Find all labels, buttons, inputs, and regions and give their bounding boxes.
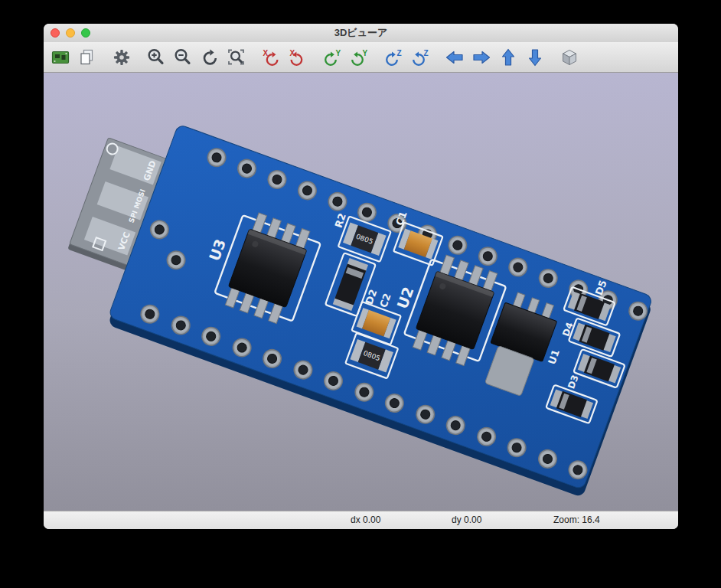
rotate-x-cw-icon: X — [261, 47, 281, 67]
status-dx: dx 0.00 — [351, 514, 380, 525]
board-render: GND SPI MOSI VCC — [44, 73, 678, 511]
rotate-y-cw-icon: Y — [322, 47, 342, 67]
rotate-x-cw-button[interactable]: X — [259, 45, 283, 70]
zoom-in-icon — [146, 47, 166, 67]
rotate-y-ccw-button[interactable]: Y — [347, 45, 371, 70]
cube-icon — [560, 47, 579, 67]
zoom-fit-button[interactable] — [224, 45, 249, 70]
status-zoom: Zoom: 16.4 — [553, 514, 600, 525]
svg-text:Y: Y — [363, 48, 368, 57]
zoom-window-button[interactable] — [81, 28, 90, 38]
zoom-out-icon — [173, 47, 193, 67]
rotate-z-ccw-icon: Z — [410, 47, 430, 67]
rotate-x-ccw-icon: X — [288, 47, 308, 67]
pcb-board-icon — [51, 47, 70, 67]
rotate-y-ccw-icon: Y — [349, 47, 369, 67]
move-up-button[interactable] — [496, 45, 520, 70]
window-title: 3Dビューア — [44, 26, 678, 40]
render-options-button[interactable] — [109, 45, 134, 70]
copy-icon — [77, 47, 97, 67]
pcb-board — [106, 124, 655, 498]
redraw-icon — [200, 47, 220, 67]
gear-icon — [112, 47, 132, 67]
zoom-in-button[interactable] — [144, 45, 168, 70]
ortho-projection-button[interactable] — [557, 45, 582, 70]
title-bar: 3Dビューア — [44, 24, 678, 42]
svg-text:X: X — [263, 48, 269, 57]
status-dy: dy 0.00 — [452, 514, 481, 525]
rotate-z-cw-icon: Z — [383, 47, 403, 67]
close-button[interactable] — [51, 28, 60, 38]
rotate-z-ccw-button[interactable]: Z — [408, 45, 432, 70]
move-down-button[interactable] — [523, 45, 547, 70]
move-left-button[interactable] — [442, 45, 467, 70]
viewport-3d[interactable]: GND SPI MOSI VCC — [44, 73, 678, 511]
rotate-x-ccw-button[interactable]: X — [285, 45, 310, 70]
copy-image-button[interactable] — [75, 45, 100, 70]
redraw-button[interactable] — [197, 45, 222, 70]
toolbar: X X Y — [44, 42, 678, 73]
zoom-fit-icon — [227, 47, 246, 67]
arrow-right-icon — [471, 47, 491, 67]
move-right-button[interactable] — [469, 45, 494, 70]
arrow-up-icon — [498, 47, 518, 67]
svg-text:X: X — [290, 48, 295, 57]
arrow-down-icon — [525, 47, 545, 67]
reload-board-button[interactable] — [48, 45, 73, 70]
minimize-button[interactable] — [66, 28, 75, 38]
traffic-lights — [51, 28, 90, 38]
svg-text:Y: Y — [336, 48, 341, 57]
status-bar: dx 0.00 dy 0.00 Zoom: 16.4 — [44, 511, 678, 529]
rotate-z-cw-button[interactable]: Z — [381, 45, 406, 70]
svg-text:Z: Z — [397, 48, 402, 57]
rotate-y-cw-button[interactable]: Y — [320, 45, 344, 70]
zoom-out-button[interactable] — [171, 45, 195, 70]
svg-text:Z: Z — [424, 48, 429, 57]
arrow-left-icon — [445, 47, 465, 67]
3d-viewer-window: 3Dビューア — [44, 24, 678, 529]
